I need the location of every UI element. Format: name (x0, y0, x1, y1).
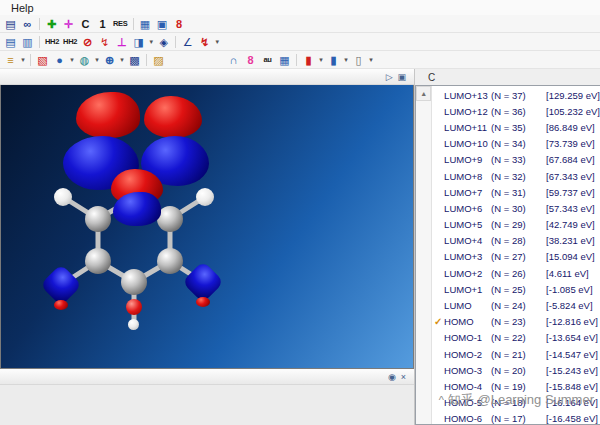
orbital-energy: [129.259 eV] (546, 90, 600, 101)
viewport-column: ▷ ▣ (0, 69, 414, 425)
layers-icon[interactable]: ≡ (2, 52, 19, 68)
translate-icon[interactable]: ✛ (60, 16, 77, 32)
oxygen-atom (126, 299, 142, 315)
flash-icon[interactable]: ↯ (196, 34, 213, 50)
angle-icon[interactable]: ∠ (179, 34, 196, 50)
folder-icon[interactable]: ▨ (150, 52, 167, 68)
bond-lines (1, 85, 414, 369)
white-swatch-caret-icon[interactable]: ▾ (367, 52, 375, 68)
orbital-index: (N = 37) (491, 90, 546, 101)
open-model-icon[interactable]: ▤ (2, 16, 19, 32)
orbital-energy: [105.232 eV] (546, 106, 600, 117)
perpendicular-icon[interactable]: ⊥ (113, 34, 130, 50)
orbital-list-item[interactable]: ✓ LUMO+10 (N = 34) [73.739 eV] (432, 136, 600, 152)
orbital-list-item[interactable]: ✓ HOMO (N = 23) [-12.816 eV] (432, 314, 600, 330)
orbital-list-item[interactable]: ✓ HOMO-6 (N = 17) [-16.458 eV] (432, 411, 600, 424)
no-entry-icon[interactable]: ⊘ (79, 34, 96, 50)
menu-help[interactable]: Help (7, 2, 38, 14)
blue-swatch-caret-icon[interactable]: ▾ (342, 52, 350, 68)
close-icon[interactable]: × (401, 372, 406, 382)
au-units-button[interactable]: au (259, 52, 276, 68)
residue-button[interactable]: RES (111, 16, 130, 32)
orbital-list-item[interactable]: ✓ LUMO+7 (N = 31) [59.737 eV] (432, 184, 600, 200)
orbital-index: (N = 22) (491, 332, 546, 343)
palette-icon[interactable]: ▦ (276, 52, 293, 68)
orbital-list-item[interactable]: ✓ LUMO+13 (N = 37) [129.259 eV] (432, 87, 600, 103)
orbital-lobe-positive (196, 297, 210, 307)
main-area: ▷ ▣ (0, 69, 600, 425)
scroll-up-icon[interactable]: ▲ (416, 86, 431, 101)
red-swatch-caret-icon[interactable]: ▾ (317, 52, 325, 68)
hh2-hide-icon[interactable]: HH2 (61, 34, 79, 50)
bolt-icon[interactable]: ↯ (96, 34, 113, 50)
orbital-list-scrollbar: ▲ (416, 86, 432, 424)
list-caret-icon[interactable]: ▾ (213, 34, 221, 50)
add-surface-caret-icon[interactable]: ▾ (118, 52, 126, 68)
orbital-caret-icon[interactable]: ▾ (68, 52, 76, 68)
orbital-name: LUMO+9 (444, 154, 491, 165)
viewport-header: ▷ ▣ (0, 69, 414, 85)
grid-icon[interactable]: ▩ (126, 52, 143, 68)
add-fragment-icon[interactable]: ✚ (43, 16, 60, 32)
carbon-atom (121, 269, 147, 295)
hydrogen-atom (54, 188, 72, 206)
surface-icon[interactable]: ◍ (76, 52, 93, 68)
paint-icon[interactable]: ▧ (34, 52, 51, 68)
orbital-name: LUMO+6 (444, 203, 491, 214)
add-surface-icon[interactable]: ⊕ (101, 52, 118, 68)
orbital-index: (N = 17) (491, 413, 546, 424)
orbital-energy: [38.231 eV] (546, 235, 600, 246)
orbital-list-item[interactable]: ✓ LUMO+2 (N = 26) [4.611 eV] (432, 265, 600, 281)
orbital-energy: [-14.547 eV] (546, 349, 600, 360)
orbital-dot-icon[interactable]: ● (51, 52, 68, 68)
notebook-icon[interactable]: ▤ (2, 34, 19, 50)
carbon-atom (85, 248, 111, 274)
orbital-list-item[interactable]: ✓ LUMO+11 (N = 35) [86.849 eV] (432, 119, 600, 135)
orbital-list-item[interactable]: ✓ HOMO-1 (N = 22) [-13.654 eV] (432, 330, 600, 346)
orbital-list-item[interactable]: ✓ LUMO+1 (N = 25) [-1.085 eV] (432, 281, 600, 297)
blue-swatch-icon[interactable]: ▮ (325, 52, 342, 68)
orbital-list-item[interactable]: ✓ LUMO+12 (N = 36) [105.232 eV] (432, 103, 600, 119)
orbital-list-item[interactable]: ✓ LUMO+9 (N = 33) [67.684 eV] (432, 152, 600, 168)
ring-counter-icon[interactable]: 8 (171, 16, 188, 32)
notebook-alt-icon[interactable]: ▥ (19, 34, 36, 50)
molecule-3d-viewport[interactable] (0, 85, 414, 369)
carbon-atom (85, 206, 111, 232)
orbital-list-item[interactable]: ✓ HOMO-2 (N = 21) [-14.547 eV] (432, 346, 600, 362)
white-swatch-icon[interactable]: ▯ (350, 52, 367, 68)
plane-icon[interactable]: ◨ (130, 34, 147, 50)
pin-icon[interactable]: ◉ (388, 372, 396, 382)
tile-windows-icon[interactable]: ▦ (137, 16, 154, 32)
glasses-icon[interactable]: ∞ (19, 16, 36, 32)
atom-count-button[interactable]: 1 (94, 16, 111, 32)
orbital-name: LUMO+11 (444, 122, 491, 133)
surface-caret-icon[interactable]: ▾ (93, 52, 101, 68)
orbital-lobe-positive (54, 300, 68, 310)
orbital-list-item[interactable]: ✓ LUMO+8 (N = 32) [67.343 eV] (432, 168, 600, 184)
orbital-list-item[interactable]: ✓ LUMO (N = 24) [-5.824 eV] (432, 297, 600, 313)
orbital-panel: ▲ ✓ LUMO+13 (N = 37) [129.259 eV] (415, 85, 600, 425)
element-c-button[interactable]: C (77, 16, 94, 32)
bottom-filler (0, 385, 414, 425)
dropdown-caret-icon[interactable]: ▾ (147, 34, 155, 50)
orbital-list-item[interactable]: ✓ LUMO+6 (N = 30) [57.343 eV] (432, 200, 600, 216)
gem-icon[interactable]: ◈ (155, 34, 172, 50)
orbital-index: (N = 28) (491, 235, 546, 246)
right-panel-header: C (415, 69, 600, 85)
pink-8-icon[interactable]: 8 (242, 52, 259, 68)
monitor-icon[interactable]: ▣ (154, 16, 171, 32)
hh2-show-icon[interactable]: HH2 (43, 34, 61, 50)
collapse-panel-icon[interactable]: ▷ (386, 72, 393, 82)
scrollbar-track[interactable] (416, 101, 431, 424)
orbital-list-item[interactable]: ✓ HOMO-3 (N = 20) [-15.243 eV] (432, 362, 600, 378)
layers-caret-icon[interactable]: ▾ (19, 52, 27, 68)
magnet-icon[interactable]: ∩ (225, 52, 242, 68)
orbital-list-item[interactable]: ✓ LUMO+4 (N = 28) [38.231 eV] (432, 233, 600, 249)
dock-panel-icon[interactable]: ▣ (398, 72, 407, 82)
orbital-list-item[interactable]: ✓ LUMO+5 (N = 29) [42.749 eV] (432, 217, 600, 233)
orbital-name: HOMO-3 (444, 365, 491, 376)
orbital-index: (N = 34) (491, 138, 546, 149)
orbital-list-item[interactable]: ✓ LUMO+3 (N = 27) [15.094 eV] (432, 249, 600, 265)
red-swatch-icon[interactable]: ▮ (300, 52, 317, 68)
orbital-name: LUMO+12 (444, 106, 491, 117)
